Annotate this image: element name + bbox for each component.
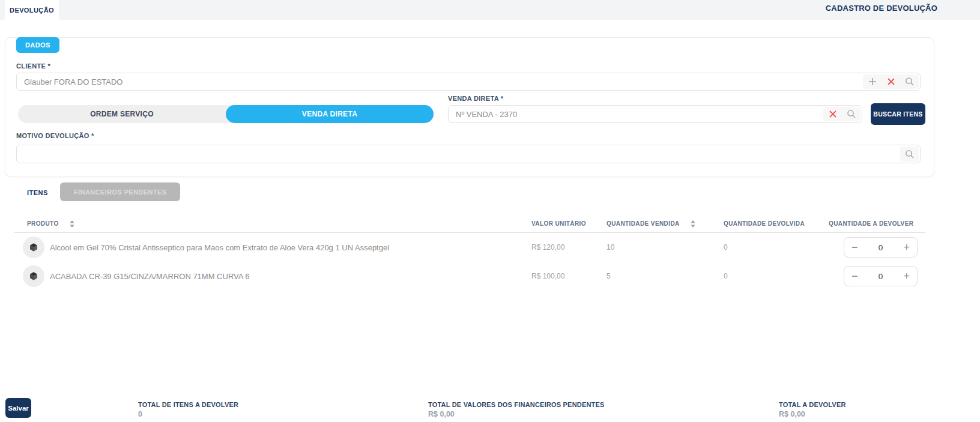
venda-direta-value: Nº VENDA - 2370 bbox=[449, 110, 823, 119]
column-header-quantidade-devolvida[interactable]: QUANTIDADE DEVOLVIDA bbox=[711, 220, 816, 228]
cube-icon bbox=[29, 243, 38, 252]
venda-direta-input-actions bbox=[823, 107, 861, 121]
motivo-devolucao-input[interactable] bbox=[16, 145, 921, 163]
quantidade-vendida-cell: 10 bbox=[594, 243, 711, 252]
total-value: R$ 0,00 bbox=[779, 410, 846, 418]
stepper-value: 0 bbox=[879, 243, 883, 252]
decrement-icon[interactable]: − bbox=[851, 271, 858, 282]
total-label: TOTAL DE VALORES DOS FINANCEIROS PENDENT… bbox=[428, 401, 605, 408]
table-row: ACABADA CR-39 G15/CINZA/MARRON 71MM CURV… bbox=[14, 262, 925, 291]
motivo-devolucao-label: MOTIVO DEVOLUÇÃO * bbox=[16, 132, 94, 139]
column-header-quantidade-vendida[interactable]: QUANTIDADE VENDIDA bbox=[594, 220, 711, 228]
tab-devolucao-label: DEVOLUÇÃO bbox=[10, 7, 54, 14]
clear-icon[interactable] bbox=[882, 74, 900, 89]
quantidade-a-devolver-stepper: − 0 + bbox=[844, 237, 918, 258]
total-financeiros-pendentes: TOTAL DE VALORES DOS FINANCEIROS PENDENT… bbox=[428, 401, 605, 418]
tab-itens[interactable]: ITENS bbox=[27, 189, 48, 196]
sort-icon bbox=[691, 220, 695, 228]
save-button[interactable]: Salvar bbox=[5, 398, 31, 418]
total-a-devolver: TOTAL A DEVOLVER R$ 0,00 bbox=[779, 401, 846, 418]
itens-table: PRODUTO VALOR UNITÁRIO QUANTIDADE VENDID… bbox=[14, 215, 925, 291]
buscar-itens-button[interactable]: BUSCAR ITENS bbox=[871, 103, 925, 125]
tab-financeiros-pendentes[interactable]: FINANCEIROS PENDENTES bbox=[60, 182, 180, 201]
add-icon[interactable] bbox=[863, 74, 882, 89]
column-header-valor-unitario[interactable]: VALOR UNITÁRIO bbox=[519, 220, 594, 228]
cliente-value: Glauber FORA DO ESTADO bbox=[17, 77, 863, 86]
column-header-produto[interactable]: PRODUTO bbox=[14, 220, 519, 228]
valor-unitario-cell: R$ 100,00 bbox=[519, 272, 594, 280]
search-icon[interactable] bbox=[842, 107, 861, 121]
total-label: TOTAL DE ITENS A DEVOLVER bbox=[138, 401, 238, 408]
cube-icon bbox=[29, 271, 38, 281]
total-value: R$ 0,00 bbox=[428, 410, 605, 418]
quantidade-a-devolver-stepper: − 0 + bbox=[844, 266, 918, 286]
venda-direta-input[interactable]: Nº VENDA - 2370 bbox=[448, 105, 862, 123]
toggle-ordem-servico[interactable]: ORDEM SERVIÇO bbox=[18, 105, 226, 123]
total-itens-a-devolver: TOTAL DE ITENS A DEVOLVER 0 bbox=[138, 401, 238, 418]
sort-icon bbox=[924, 220, 925, 228]
increment-icon[interactable]: + bbox=[903, 271, 910, 282]
increment-icon[interactable]: + bbox=[903, 242, 910, 253]
total-value: 0 bbox=[138, 410, 238, 418]
dados-section-badge[interactable]: DADOS bbox=[16, 37, 59, 53]
valor-unitario-cell: R$ 120,00 bbox=[519, 243, 594, 252]
motivo-input-actions bbox=[900, 146, 919, 161]
table-header-row: PRODUTO VALOR UNITÁRIO QUANTIDADE VENDID… bbox=[14, 215, 925, 233]
clear-icon[interactable] bbox=[823, 107, 842, 121]
search-icon[interactable] bbox=[900, 74, 919, 89]
dados-card: DADOS CLIENTE * Glauber FORA DO ESTADO O… bbox=[5, 37, 934, 177]
tipo-devolucao-toggle: ORDEM SERVIÇO VENDA DIRETA bbox=[18, 105, 434, 123]
quantidade-devolvida-cell: 0 bbox=[711, 243, 816, 252]
cliente-input-actions bbox=[863, 74, 919, 89]
product-name: ACABADA CR-39 G15/CINZA/MARRON 71MM CURV… bbox=[50, 272, 250, 281]
sort-icon bbox=[70, 220, 74, 228]
product-name: Alcool em Gel 70% Cristal Antisseptico p… bbox=[50, 243, 389, 252]
stepper-value: 0 bbox=[879, 272, 883, 281]
cliente-input[interactable]: Glauber FORA DO ESTADO bbox=[16, 73, 921, 91]
search-icon[interactable] bbox=[900, 146, 919, 161]
decrement-icon[interactable]: − bbox=[851, 242, 858, 253]
page-title: CADASTRO DE DEVOLUÇÃO bbox=[826, 4, 937, 13]
product-avatar bbox=[23, 237, 44, 258]
table-row: Alcool em Gel 70% Cristal Antisseptico p… bbox=[14, 233, 925, 262]
quantidade-devolvida-cell: 0 bbox=[711, 272, 816, 280]
toggle-venda-direta[interactable]: VENDA DIRETA bbox=[226, 105, 434, 123]
venda-direta-label: VENDA DIRETA * bbox=[448, 95, 503, 102]
product-avatar bbox=[23, 265, 44, 287]
total-label: TOTAL A DEVOLVER bbox=[779, 401, 846, 408]
column-header-quantidade-a-devolver[interactable]: QUANTIDADE A DEVOLVER bbox=[816, 220, 925, 228]
tab-devolucao[interactable]: DEVOLUÇÃO bbox=[5, 0, 59, 20]
quantidade-vendida-cell: 5 bbox=[594, 272, 711, 280]
cliente-label: CLIENTE * bbox=[16, 62, 50, 70]
